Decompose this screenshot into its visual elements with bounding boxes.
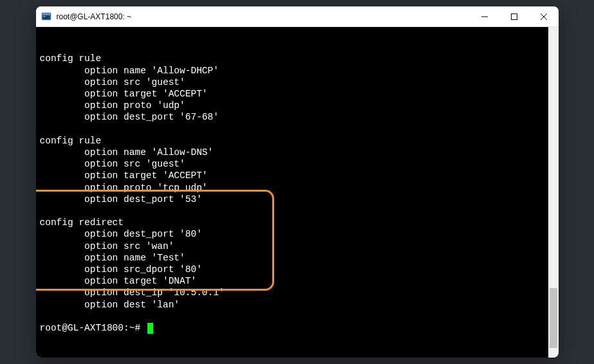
terminal-line: option target 'DNAT'	[40, 275, 555, 287]
svg-rect-2	[42, 15, 50, 19]
terminal-line: option dest 'lan'	[40, 299, 555, 311]
terminal-line: option src 'guest'	[40, 158, 555, 170]
window-title: root@GL-AXT1800: ~	[57, 12, 470, 21]
terminal-line: option name 'Test'	[40, 252, 555, 264]
terminal-line: option name 'Allow-DHCP'	[40, 65, 555, 77]
terminal-line: config redirect	[40, 217, 555, 228]
terminal-line: option src_dport '80'	[40, 264, 555, 275]
terminal-line	[40, 205, 555, 217]
terminal-line: option name 'Allow-DNS'	[40, 147, 555, 158]
terminal-line: option target 'ACCEPT'	[40, 170, 555, 181]
terminal-line	[40, 311, 555, 322]
window-controls	[470, 6, 559, 26]
terminal-line: option dest_port '53'	[40, 194, 555, 205]
terminal-line: config rule	[40, 135, 555, 147]
terminal-body[interactable]: config rule option name 'Allow-DHCP' opt…	[36, 27, 559, 358]
terminal-line: option dest_port '80'	[40, 228, 555, 240]
terminal-line: option dest_ip '10.5.0.1'	[40, 287, 555, 298]
svg-rect-5	[511, 14, 517, 20]
minimize-button[interactable]	[470, 6, 499, 27]
terminal-line: option proto 'tcp udp'	[40, 182, 555, 194]
terminal-line	[40, 123, 555, 135]
titlebar: root@GL-AXT1800: ~	[36, 6, 559, 27]
terminal-window: root@GL-AXT1800: ~ config rule option na…	[36, 6, 559, 358]
app-icon	[41, 12, 51, 22]
prompt-line[interactable]: root@GL-AXT1800:~#	[40, 322, 555, 334]
svg-rect-1	[42, 14, 50, 15]
terminal-line: option dest_port '67-68'	[40, 111, 555, 123]
terminal-content: config rule option name 'Allow-DHCP' opt…	[40, 53, 555, 334]
prompt-text: root@GL-AXT1800:~#	[40, 322, 146, 334]
maximize-button[interactable]	[499, 6, 529, 27]
cursor	[147, 323, 153, 334]
close-button[interactable]	[529, 6, 559, 27]
terminal-line: option proto 'udp'	[40, 100, 555, 111]
terminal-line: option src 'guest'	[40, 77, 555, 88]
terminal-line: option src 'wan'	[40, 241, 555, 252]
terminal-line: config rule	[40, 53, 555, 64]
svg-rect-3	[43, 16, 45, 17]
terminal-line: option target 'ACCEPT'	[40, 88, 555, 100]
